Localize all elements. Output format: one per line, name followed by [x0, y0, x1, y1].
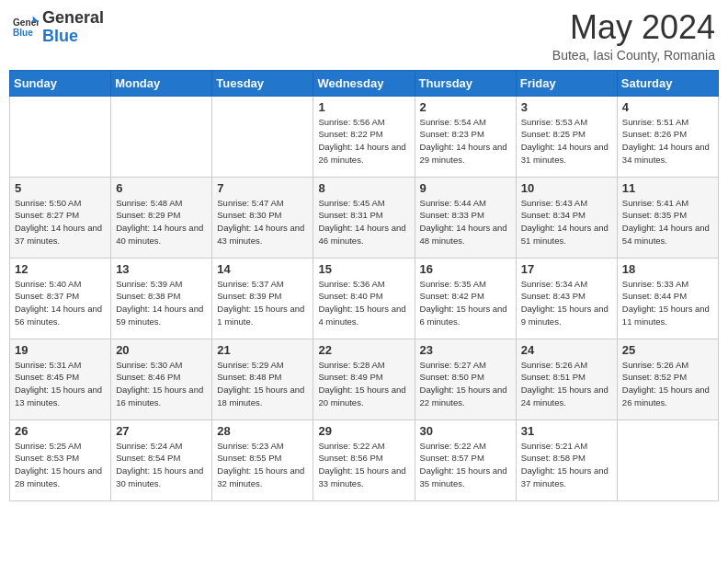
calendar-cell: 30Sunrise: 5:22 AM Sunset: 8:57 PM Dayli…	[415, 419, 516, 500]
svg-text:Blue: Blue	[13, 28, 33, 38]
calendar-cell: 3Sunrise: 5:53 AM Sunset: 8:25 PM Daylig…	[516, 96, 617, 177]
day-number: 3	[521, 100, 612, 114]
calendar-cell	[212, 96, 313, 177]
day-info: Sunrise: 5:22 AM Sunset: 8:56 PM Dayligh…	[318, 440, 409, 490]
calendar-cell: 14Sunrise: 5:37 AM Sunset: 8:39 PM Dayli…	[212, 258, 313, 339]
day-number: 17	[521, 262, 612, 276]
calendar-cell: 10Sunrise: 5:43 AM Sunset: 8:34 PM Dayli…	[516, 177, 617, 258]
day-number: 26	[15, 424, 106, 438]
day-info: Sunrise: 5:53 AM Sunset: 8:25 PM Dayligh…	[521, 116, 612, 167]
calendar-cell: 26Sunrise: 5:25 AM Sunset: 8:53 PM Dayli…	[10, 419, 111, 500]
day-info: Sunrise: 5:31 AM Sunset: 8:45 PM Dayligh…	[15, 359, 106, 409]
day-number: 18	[622, 262, 713, 276]
day-number: 20	[116, 343, 207, 357]
calendar-cell: 8Sunrise: 5:45 AM Sunset: 8:31 PM Daylig…	[313, 177, 415, 258]
day-number: 7	[217, 181, 308, 195]
day-info: Sunrise: 5:43 AM Sunset: 8:34 PM Dayligh…	[521, 197, 612, 247]
calendar-week-row: 19Sunrise: 5:31 AM Sunset: 8:45 PM Dayli…	[10, 339, 719, 419]
calendar-week-row: 1Sunrise: 5:56 AM Sunset: 8:22 PM Daylig…	[10, 96, 719, 177]
calendar-week-row: 26Sunrise: 5:25 AM Sunset: 8:53 PM Dayli…	[10, 419, 719, 500]
calendar-cell: 17Sunrise: 5:34 AM Sunset: 8:43 PM Dayli…	[516, 258, 617, 339]
weekday-header: Tuesday	[212, 70, 313, 96]
calendar-cell: 22Sunrise: 5:28 AM Sunset: 8:49 PM Dayli…	[313, 339, 415, 419]
day-number: 2	[420, 100, 511, 114]
calendar-cell: 2Sunrise: 5:54 AM Sunset: 8:23 PM Daylig…	[415, 96, 516, 177]
calendar-cell: 9Sunrise: 5:44 AM Sunset: 8:33 PM Daylig…	[415, 177, 516, 258]
day-number: 29	[318, 424, 409, 438]
calendar-cell: 6Sunrise: 5:48 AM Sunset: 8:29 PM Daylig…	[111, 177, 212, 258]
day-number: 10	[521, 181, 612, 195]
day-number: 21	[217, 343, 308, 357]
calendar-cell: 16Sunrise: 5:35 AM Sunset: 8:42 PM Dayli…	[415, 258, 516, 339]
day-number: 9	[420, 181, 511, 195]
calendar-cell: 4Sunrise: 5:51 AM Sunset: 8:26 PM Daylig…	[617, 96, 718, 177]
day-info: Sunrise: 5:44 AM Sunset: 8:33 PM Dayligh…	[420, 197, 511, 247]
weekday-header: Monday	[111, 70, 212, 96]
calendar-cell: 31Sunrise: 5:21 AM Sunset: 8:58 PM Dayli…	[516, 419, 617, 500]
day-number: 1	[318, 100, 409, 114]
calendar-cell: 23Sunrise: 5:27 AM Sunset: 8:50 PM Dayli…	[415, 339, 516, 419]
day-info: Sunrise: 5:25 AM Sunset: 8:53 PM Dayligh…	[15, 440, 106, 490]
calendar-cell: 11Sunrise: 5:41 AM Sunset: 8:35 PM Dayli…	[617, 177, 718, 258]
calendar-body: 1Sunrise: 5:56 AM Sunset: 8:22 PM Daylig…	[10, 96, 719, 500]
day-number: 4	[622, 100, 713, 114]
weekday-header: Wednesday	[313, 70, 415, 96]
calendar-cell: 29Sunrise: 5:22 AM Sunset: 8:56 PM Dayli…	[313, 419, 415, 500]
calendar-cell: 5Sunrise: 5:50 AM Sunset: 8:27 PM Daylig…	[10, 177, 111, 258]
calendar-cell: 13Sunrise: 5:39 AM Sunset: 8:38 PM Dayli…	[111, 258, 212, 339]
calendar-cell: 15Sunrise: 5:36 AM Sunset: 8:40 PM Dayli…	[313, 258, 415, 339]
day-number: 30	[420, 424, 511, 438]
day-info: Sunrise: 5:45 AM Sunset: 8:31 PM Dayligh…	[318, 197, 409, 247]
page-header: General Blue General Blue May 2024 Butea…	[9, 9, 719, 63]
logo-icon: General Blue	[13, 15, 39, 40]
day-info: Sunrise: 5:51 AM Sunset: 8:26 PM Dayligh…	[622, 116, 713, 167]
day-number: 15	[318, 262, 409, 276]
calendar-cell: 1Sunrise: 5:56 AM Sunset: 8:22 PM Daylig…	[313, 96, 415, 177]
day-number: 27	[116, 424, 207, 438]
day-info: Sunrise: 5:36 AM Sunset: 8:40 PM Dayligh…	[318, 278, 409, 328]
day-info: Sunrise: 5:50 AM Sunset: 8:27 PM Dayligh…	[15, 197, 106, 247]
location: Butea, Iasi County, Romania	[552, 48, 715, 63]
calendar-cell: 25Sunrise: 5:26 AM Sunset: 8:52 PM Dayli…	[617, 339, 718, 419]
day-number: 13	[116, 262, 207, 276]
day-info: Sunrise: 5:37 AM Sunset: 8:39 PM Dayligh…	[217, 278, 308, 328]
day-number: 24	[521, 343, 612, 357]
day-info: Sunrise: 5:21 AM Sunset: 8:58 PM Dayligh…	[521, 440, 612, 490]
day-info: Sunrise: 5:24 AM Sunset: 8:54 PM Dayligh…	[116, 440, 207, 490]
day-info: Sunrise: 5:54 AM Sunset: 8:23 PM Dayligh…	[420, 116, 511, 167]
calendar-week-row: 5Sunrise: 5:50 AM Sunset: 8:27 PM Daylig…	[10, 177, 719, 258]
weekday-header-row: SundayMondayTuesdayWednesdayThursdayFrid…	[10, 70, 719, 96]
day-info: Sunrise: 5:40 AM Sunset: 8:37 PM Dayligh…	[15, 278, 106, 328]
day-info: Sunrise: 5:56 AM Sunset: 8:22 PM Dayligh…	[318, 116, 409, 167]
day-info: Sunrise: 5:35 AM Sunset: 8:42 PM Dayligh…	[420, 278, 511, 328]
day-number: 16	[420, 262, 511, 276]
day-info: Sunrise: 5:41 AM Sunset: 8:35 PM Dayligh…	[622, 197, 713, 247]
calendar-cell	[10, 96, 111, 177]
calendar-week-row: 12Sunrise: 5:40 AM Sunset: 8:37 PM Dayli…	[10, 258, 719, 339]
day-info: Sunrise: 5:26 AM Sunset: 8:51 PM Dayligh…	[521, 359, 612, 409]
title-block: May 2024 Butea, Iasi County, Romania	[552, 9, 715, 63]
calendar-cell: 12Sunrise: 5:40 AM Sunset: 8:37 PM Dayli…	[10, 258, 111, 339]
calendar-cell: 18Sunrise: 5:33 AM Sunset: 8:44 PM Dayli…	[617, 258, 718, 339]
day-number: 19	[15, 343, 106, 357]
calendar-cell: 19Sunrise: 5:31 AM Sunset: 8:45 PM Dayli…	[10, 339, 111, 419]
weekday-header: Thursday	[415, 70, 516, 96]
day-info: Sunrise: 5:26 AM Sunset: 8:52 PM Dayligh…	[622, 359, 713, 409]
day-info: Sunrise: 5:48 AM Sunset: 8:29 PM Dayligh…	[116, 197, 207, 247]
calendar-cell: 7Sunrise: 5:47 AM Sunset: 8:30 PM Daylig…	[212, 177, 313, 258]
calendar-cell	[617, 419, 718, 500]
day-number: 8	[318, 181, 409, 195]
day-info: Sunrise: 5:23 AM Sunset: 8:55 PM Dayligh…	[217, 440, 308, 490]
calendar-cell: 21Sunrise: 5:29 AM Sunset: 8:48 PM Dayli…	[212, 339, 313, 419]
calendar-cell	[111, 96, 212, 177]
calendar-cell: 20Sunrise: 5:30 AM Sunset: 8:46 PM Dayli…	[111, 339, 212, 419]
day-number: 22	[318, 343, 409, 357]
day-info: Sunrise: 5:28 AM Sunset: 8:49 PM Dayligh…	[318, 359, 409, 409]
weekday-header: Friday	[516, 70, 617, 96]
calendar-cell: 24Sunrise: 5:26 AM Sunset: 8:51 PM Dayli…	[516, 339, 617, 419]
day-number: 6	[116, 181, 207, 195]
day-number: 11	[622, 181, 713, 195]
calendar-table: SundayMondayTuesdayWednesdayThursdayFrid…	[9, 70, 719, 501]
day-number: 14	[217, 262, 308, 276]
day-number: 31	[521, 424, 612, 438]
